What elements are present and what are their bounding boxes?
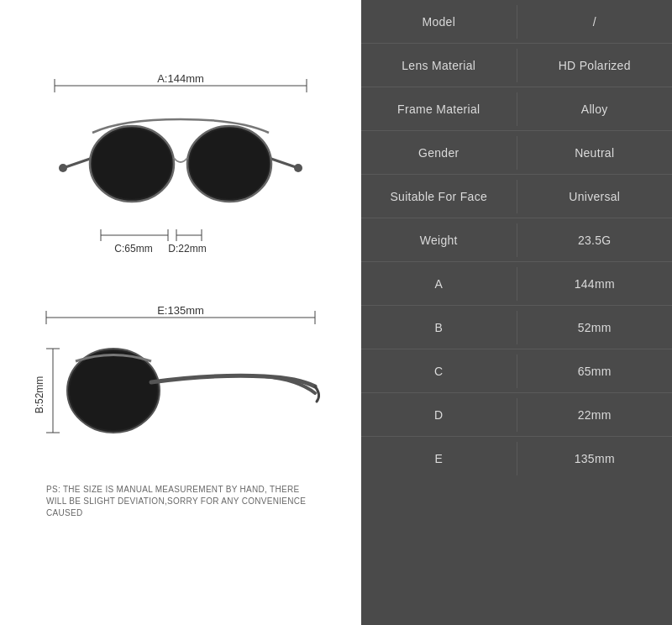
spec-value: HD Polarized bbox=[517, 49, 673, 82]
spec-value: Alloy bbox=[517, 92, 673, 126]
svg-text:E:135mm: E:135mm bbox=[157, 304, 204, 317]
spec-label: D bbox=[361, 398, 517, 432]
front-glasses-diagram: A:144mm C:65mm bbox=[38, 67, 323, 294]
svg-text:A:144mm: A:144mm bbox=[157, 72, 204, 85]
svg-text:C:65mm: C:65mm bbox=[114, 243, 152, 255]
svg-point-5 bbox=[92, 129, 171, 199]
spec-value: 52mm bbox=[517, 311, 673, 344]
spec-row: C65mm bbox=[361, 349, 672, 393]
spec-row: B52mm bbox=[361, 306, 672, 349]
spec-label: Frame Material bbox=[361, 92, 517, 126]
spec-value: 22mm bbox=[517, 398, 673, 432]
spec-label: Weight bbox=[361, 223, 517, 257]
spec-row: GenderNeutral bbox=[361, 131, 672, 175]
spec-label: Gender bbox=[361, 136, 517, 170]
spec-row: Weight23.5G bbox=[361, 218, 672, 262]
side-glasses-diagram: E:135mm B:52mm bbox=[29, 302, 332, 470]
spec-row: E135mm bbox=[361, 437, 672, 481]
svg-point-9 bbox=[294, 164, 302, 172]
ps-note: PS: THE SIZE IS MANUAL MEASUREMENT BY HA… bbox=[46, 484, 315, 519]
svg-point-7 bbox=[190, 129, 269, 199]
spec-label: A bbox=[361, 267, 517, 301]
spec-row: Model/ bbox=[361, 0, 672, 44]
left-panel: A:144mm C:65mm bbox=[0, 0, 361, 625]
spec-value: Neutral bbox=[517, 136, 673, 170]
spec-label: Suitable For Face bbox=[361, 180, 517, 213]
svg-text:B:52mm: B:52mm bbox=[34, 376, 45, 414]
spec-row: Suitable For FaceUniversal bbox=[361, 175, 672, 218]
spec-label: E bbox=[361, 442, 517, 475]
spec-label: Lens Material bbox=[361, 49, 517, 82]
spec-label: Model bbox=[361, 5, 517, 39]
main-container: A:144mm C:65mm bbox=[0, 0, 672, 625]
spec-row: Lens MaterialHD Polarized bbox=[361, 44, 672, 87]
svg-point-8 bbox=[59, 164, 67, 172]
spec-label: B bbox=[361, 311, 517, 344]
spec-label: C bbox=[361, 355, 517, 388]
svg-point-27 bbox=[70, 351, 157, 430]
spec-row: Frame MaterialAlloy bbox=[361, 87, 672, 131]
spec-value: 144mm bbox=[517, 267, 673, 301]
spec-value: 135mm bbox=[517, 442, 673, 475]
spec-value: / bbox=[517, 5, 673, 39]
specs-table: Model/Lens MaterialHD PolarizedFrame Mat… bbox=[361, 0, 672, 625]
spec-value: 65mm bbox=[517, 355, 673, 388]
spec-row: A144mm bbox=[361, 262, 672, 306]
spec-value: 23.5G bbox=[517, 223, 673, 257]
spec-row: D22mm bbox=[361, 393, 672, 437]
spec-value: Universal bbox=[517, 180, 673, 213]
svg-text:D:22mm: D:22mm bbox=[168, 243, 206, 255]
